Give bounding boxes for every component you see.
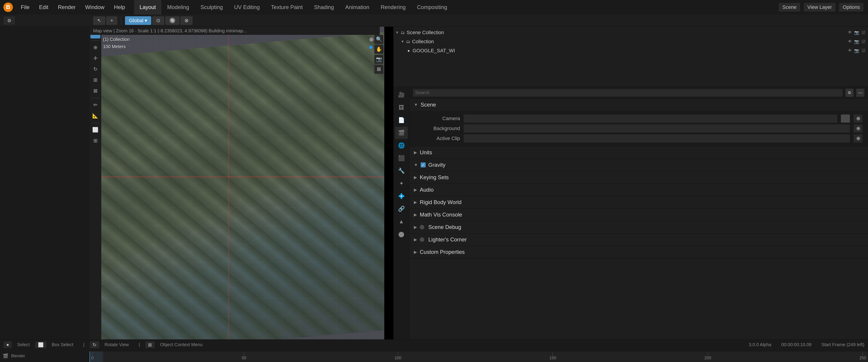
timeline-ruler[interactable]: 0 50 100 150 200	[90, 351, 868, 362]
prop-section-gravity-header[interactable]: ▼ ✓ Gravity	[409, 159, 868, 171]
camera-color-swatch[interactable]	[841, 114, 850, 122]
prop-section-rigid-body-header[interactable]: ▶ Rigid Body World	[409, 196, 868, 208]
google-sat-exclude-btn[interactable]: ☑	[861, 48, 866, 53]
prop-section-math-vis-header[interactable]: ▶ Math Vis Console	[409, 208, 868, 221]
prop-section-rigid-body: ▶ Rigid Body World	[409, 196, 868, 208]
move-tool-btn[interactable]: ✛	[90, 53, 100, 63]
prop-section-lighters-corner-header[interactable]: ▶ Lighter's Corner	[409, 233, 868, 246]
transform-tool-btn[interactable]: ⊠	[90, 86, 100, 96]
prop-section-audio-header[interactable]: ▶ Audio	[409, 184, 868, 196]
active-clip-label: Active Clip	[415, 136, 460, 141]
options-button[interactable]: Options	[839, 3, 864, 11]
collection-exclude-btn[interactable]: ☑	[861, 39, 866, 44]
chevron-down-icon: ▾	[145, 18, 147, 24]
menu-render[interactable]: Render	[53, 2, 80, 12]
global-transform-btn[interactable]: Global ▾	[125, 16, 151, 25]
prop-section-units-header[interactable]: ▶ Units	[409, 146, 868, 159]
tab-sculpting[interactable]: Sculpting	[195, 0, 228, 15]
active-clip-value[interactable]	[464, 134, 850, 142]
annotate-btn[interactable]: ✏	[90, 100, 100, 110]
cursor-tool-btn[interactable]: ⊕	[90, 43, 100, 53]
box-select-label: Box Select	[52, 342, 73, 347]
tree-item-scene-collection[interactable]: ▼ 🗂 Scene Collection 👁 📷 ☑	[394, 28, 868, 37]
camera-label: Camera	[415, 116, 460, 121]
snap-btn[interactable]: 🔘	[165, 16, 180, 25]
scene-selector[interactable]: Scene	[779, 3, 800, 11]
tree-item-collection[interactable]: ▼ 🗂 Collection 👁 📷 ☑	[394, 37, 868, 46]
prop-particles-btn[interactable]: ✦	[395, 177, 408, 190]
prop-section-keying-sets-header[interactable]: ▶ Keying Sets	[409, 171, 868, 184]
menu-file[interactable]: File	[16, 2, 34, 12]
rotate-key: ↻	[90, 341, 99, 348]
ruler-mark-150: 150	[550, 352, 556, 361]
viewport[interactable]: Top Orthographic (1) Collection 100 Mete…	[101, 27, 384, 339]
measure-btn[interactable]: 📐	[90, 111, 100, 121]
background-value[interactable]	[464, 124, 850, 133]
view-pan-btn[interactable]: ✋	[374, 45, 383, 54]
prop-view-layer-btn[interactable]: 📄	[395, 114, 408, 126]
prop-section-scene-header[interactable]: ▼ Scene	[409, 99, 868, 111]
active-clip-picker-btn[interactable]: ⊕	[854, 134, 863, 142]
grid-overlay-btn[interactable]: ⊞	[374, 65, 383, 74]
prop-physics-btn[interactable]: 💠	[395, 190, 408, 202]
grid-btn[interactable]: ⊞	[90, 136, 100, 146]
gravity-checkbox[interactable]: ✓	[421, 163, 426, 167]
google-sat-render-btn[interactable]: 📷	[854, 48, 860, 53]
rotate-tool-btn[interactable]: ↻	[90, 64, 100, 74]
tab-uv-editing[interactable]: UV Editing	[229, 0, 265, 15]
tab-layout[interactable]: Layout	[134, 0, 161, 15]
tab-rendering[interactable]: Rendering	[375, 0, 411, 15]
prop-scene-btn[interactable]: 🎬	[395, 127, 408, 139]
ruler-mark-100: 100	[395, 352, 401, 361]
editor-type-btn[interactable]: ⚙	[4, 17, 15, 25]
properties-search[interactable]: Search	[413, 89, 843, 96]
prop-world-btn[interactable]: 🌐	[395, 139, 408, 151]
lighters-corner-section-title: Lighter's Corner	[428, 236, 467, 243]
properties-collapse-btn[interactable]: —	[856, 89, 864, 97]
scene-collection-exclude-btn[interactable]: ☑	[861, 30, 866, 35]
scene-collection-view-btn[interactable]: 👁	[847, 30, 852, 35]
object-mode-btn[interactable]: ↖	[93, 16, 105, 25]
camera-view-btn[interactable]: 📷	[374, 55, 383, 64]
view-magnify-btn[interactable]: 🔍	[374, 35, 383, 44]
prop-constraints-btn[interactable]: 🔗	[395, 203, 408, 215]
google-sat-view-btn[interactable]: 👁	[847, 48, 852, 53]
tab-texture-paint[interactable]: Texture Paint	[266, 0, 308, 15]
tree-item-google-sat[interactable]: ● GOOGLE_SAT_WI 👁 📷 ☑	[394, 46, 868, 55]
tab-compositing[interactable]: Compositing	[412, 0, 453, 15]
menu-help[interactable]: Help	[110, 2, 129, 12]
scene-collection-render-btn[interactable]: 📷	[854, 30, 860, 35]
box-select-key: ⬜	[35, 341, 46, 348]
collection-view-btn[interactable]: 👁	[847, 39, 852, 44]
camera-value[interactable]	[464, 114, 837, 122]
prop-output-btn[interactable]: 🖼	[395, 101, 408, 114]
prop-material-btn[interactable]: ⬤	[395, 228, 408, 240]
active-clip-prop-row: Active Clip ⊕	[415, 134, 863, 143]
camera-picker-btn[interactable]: ⊕	[854, 114, 863, 122]
background-picker-btn[interactable]: ⊕	[854, 124, 863, 133]
proportional-btn[interactable]: ⊗	[180, 16, 193, 25]
prop-render-btn[interactable]: 🎥	[395, 89, 408, 101]
properties-settings-btn[interactable]: ⚙	[845, 89, 854, 97]
tab-animation[interactable]: Animation	[340, 0, 375, 15]
top-toolbar: ↖ + Global ▾ ⊙ 🔘 ⊗	[90, 15, 868, 27]
prop-section-scene-debug-header[interactable]: ▶ Scene Debug	[409, 221, 868, 233]
units-section-arrow: ▶	[414, 150, 417, 155]
scale-tool-btn[interactable]: ⊞	[90, 75, 100, 85]
mesh-icon: ●	[406, 49, 411, 53]
prop-data-btn[interactable]: ▲	[395, 215, 408, 228]
view-layer-selector[interactable]: View Layer	[804, 3, 835, 11]
menu-window[interactable]: Window	[81, 2, 109, 12]
prop-object-btn[interactable]: ⬛	[395, 152, 408, 164]
tab-shading[interactable]: Shading	[309, 0, 339, 15]
transform-pivot-btn[interactable]: ⊙	[152, 16, 164, 25]
box-select-btn[interactable]: ⬜	[90, 125, 100, 135]
add-btn[interactable]: +	[106, 16, 117, 25]
tab-modeling[interactable]: Modeling	[162, 0, 195, 15]
scene-debug-section-arrow: ▶	[414, 225, 417, 230]
menu-edit[interactable]: Edit	[35, 2, 53, 12]
collection-render-btn[interactable]: 📷	[854, 39, 860, 44]
menu-bar: File Edit Render Window Help	[16, 0, 129, 15]
prop-section-custom-properties-header[interactable]: ▶ Custom Properties	[409, 246, 868, 258]
prop-modifier-btn[interactable]: 🔧	[395, 165, 408, 177]
